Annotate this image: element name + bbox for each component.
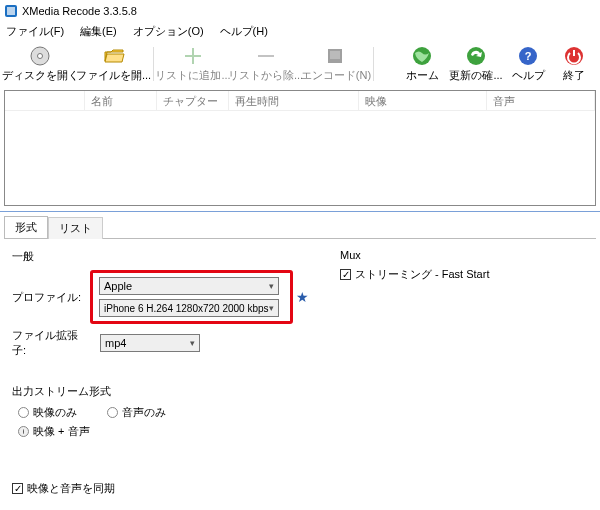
group-mux: Mux ストリーミング - Fast Start <box>340 245 588 290</box>
col-audio[interactable]: 音声 <box>487 91 595 111</box>
ext-label: ファイル拡張子: <box>12 328 90 358</box>
chevron-down-icon: ▾ <box>190 338 195 348</box>
col-chapter[interactable]: チャプター <box>157 91 229 111</box>
encode-button[interactable]: エンコード(N) <box>303 42 369 86</box>
power-icon <box>563 45 585 67</box>
svg-rect-4 <box>258 55 274 57</box>
chevron-down-icon: ▾ <box>269 281 274 291</box>
chevron-down-icon: ▾ <box>269 303 274 313</box>
svg-rect-6 <box>330 51 340 59</box>
disc-icon <box>29 45 51 67</box>
home-button[interactable]: ホーム <box>398 42 446 86</box>
sync-checkbox-row: 映像と音声を同期 <box>12 481 332 496</box>
col-name[interactable]: 名前 <box>85 91 157 111</box>
tab-list[interactable]: リスト <box>48 217 103 239</box>
menu-edit[interactable]: 編集(E) <box>76 23 121 40</box>
streaming-checkbox[interactable] <box>340 269 351 280</box>
help-button[interactable]: ? ヘルプ <box>506 42 550 86</box>
radio-video-only[interactable]: 映像のみ <box>18 405 77 420</box>
refresh-icon <box>465 45 487 67</box>
sync-checkbox[interactable] <box>12 483 23 494</box>
file-list-grid[interactable]: 名前 チャプター 再生時間 映像 音声 <box>4 90 596 206</box>
folder-open-icon <box>103 45 125 67</box>
menu-option[interactable]: オプション(O) <box>129 23 208 40</box>
group-output-stream: 出力ストリーム形式 映像のみ 音声のみ 映像 + 音声 <box>12 380 332 451</box>
menu-file[interactable]: ファイル(F) <box>2 23 68 40</box>
group-general: 一般 プロファイル: Apple▾ iPhone 6 H.264 1280x72… <box>12 245 332 370</box>
profile-label: プロファイル: <box>12 290 90 305</box>
plus-icon <box>182 45 204 67</box>
help-icon: ? <box>517 45 539 67</box>
col-playtime[interactable]: 再生時間 <box>229 91 359 111</box>
add-list-button[interactable]: リストに追加... <box>158 42 229 86</box>
minus-icon <box>255 45 277 67</box>
col-video[interactable]: 映像 <box>359 91 487 111</box>
profile-detail-select[interactable]: iPhone 6 H.264 1280x720 2000 kbps▾ <box>99 299 279 317</box>
menu-help[interactable]: ヘルプ(H) <box>216 23 272 40</box>
update-button[interactable]: 更新の確... <box>448 42 504 86</box>
ext-select[interactable]: mp4▾ <box>100 334 200 352</box>
profile-select[interactable]: Apple▾ <box>99 277 279 295</box>
profile-highlight-box: Apple▾ iPhone 6 H.264 1280x720 2000 kbps… <box>90 270 293 324</box>
svg-text:?: ? <box>525 50 532 62</box>
remove-list-button[interactable]: リストから除... <box>230 42 301 86</box>
radio-audio-only[interactable]: 音声のみ <box>107 405 166 420</box>
app-icon <box>4 4 18 18</box>
window-title: XMedia Recode 3.3.5.8 <box>22 5 137 17</box>
tab-format[interactable]: 形式 <box>4 216 48 238</box>
globe-icon <box>411 45 433 67</box>
svg-rect-1 <box>7 7 15 15</box>
encode-icon <box>325 45 347 67</box>
exit-button[interactable]: 終了 <box>552 42 596 86</box>
favorite-star-icon[interactable]: ★ <box>296 289 309 305</box>
open-disc-button[interactable]: ディスクを開く <box>4 42 76 86</box>
open-file-button[interactable]: ファイルを開... <box>78 42 149 86</box>
radio-video-audio[interactable]: 映像 + 音声 <box>18 424 90 439</box>
svg-point-3 <box>38 54 43 59</box>
